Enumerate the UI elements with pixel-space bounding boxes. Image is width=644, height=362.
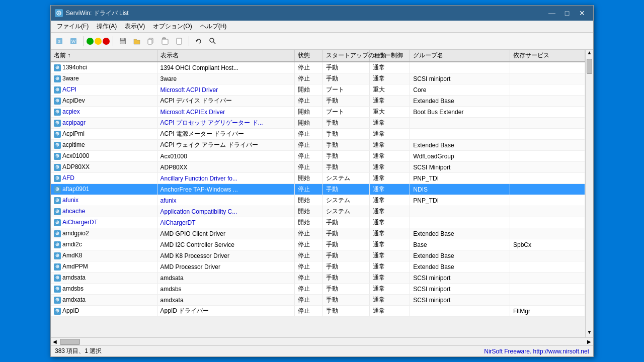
status-nirsoft-link[interactable]: NirSoft Freeware. http://www.nirsoft.net (484, 348, 589, 355)
table-row[interactable]: aftap0901AnchorFree TAP-Windows ...停止手動通… (51, 184, 585, 195)
menu-item-オプション[interactable]: オプション(O) (149, 21, 196, 32)
table-container[interactable]: 名前 ↑ 表示名 状態 スタートアップの種類 エラー制御 グループ名 依存サービ… (51, 50, 585, 337)
cell-name: acpiex (51, 107, 157, 118)
cell-name: ADP80XX (51, 162, 157, 173)
table-row[interactable]: AcpiDevACPI デバイス ドライバー停止手動通常Extended Bas… (51, 96, 585, 107)
cell-group: Boot Bus Extender (410, 107, 510, 118)
menu-item-操作[interactable]: 操作(A) (93, 21, 121, 32)
cell-startup: 手動 (323, 273, 369, 284)
toolbar-copy-btn[interactable] (144, 35, 157, 48)
toolbar-separator-3 (189, 36, 189, 46)
cell-status: 開始 (294, 118, 323, 129)
toolbar-btn-2[interactable]: W (67, 35, 80, 48)
cell-depend (510, 261, 585, 273)
menu-item-ファイル[interactable]: ファイル(F) (53, 21, 93, 32)
table-row[interactable]: AppIDAppID ドライバー停止手動通常FltMgr (51, 306, 585, 317)
scrollbar-right-btn[interactable]: ▶ (585, 339, 593, 344)
cell-name: amdxata (51, 295, 157, 306)
col-header-startup[interactable]: スタートアップの種類 (323, 50, 369, 62)
svg-text:S: S (58, 39, 60, 44)
cell-error: 通常 (369, 62, 410, 73)
cell-name: 3ware (51, 73, 157, 84)
svg-rect-10 (148, 39, 152, 44)
table-row[interactable]: amdi2cAMD I2C Controller Service停止手動通常Ba… (51, 239, 585, 250)
toolbar-paste-btn[interactable] (158, 35, 172, 48)
maximize-button[interactable]: □ (560, 8, 574, 18)
cell-startup: システム (323, 206, 369, 217)
title-bar: ServiWin: ドライバ List — □ ✕ (51, 6, 593, 21)
toolbar-btn-1[interactable]: S (53, 35, 66, 48)
cell-display: AMD K8 Processor Driver (157, 250, 294, 261)
cell-status: 開始 (294, 217, 323, 228)
table-row[interactable]: amdgpio2AMD GPIO Client Driver停止手動通常Exte… (51, 228, 585, 239)
table-row[interactable]: ADP80XXADP80XX停止手動通常SCSI Miniport (51, 162, 585, 173)
col-header-display[interactable]: 表示名 (157, 50, 294, 62)
cell-status: 停止 (294, 184, 323, 195)
cell-depend (510, 96, 585, 107)
cell-error: 通常 (369, 184, 410, 195)
table-row[interactable]: ACPIMicrosoft ACPI Driver開始ブート重大Core (51, 84, 585, 96)
scrollbar-down-btn[interactable]: ▼ (586, 329, 593, 337)
table-row[interactable]: Acx01000Acx01000停止手動通常WdfLoadGroup (51, 151, 585, 162)
table-row[interactable]: AFDAncillary Function Driver fo...開始システム… (51, 173, 585, 184)
toolbar-open-btn[interactable] (130, 35, 143, 48)
cell-group (410, 62, 510, 73)
cell-status: 停止 (294, 239, 323, 250)
cell-status: 停止 (294, 151, 323, 162)
cell-depend (510, 151, 585, 162)
table-row[interactable]: acpiexMicrosoft ACPIEx Driver開始ブート重大Boot… (51, 107, 585, 118)
table-row[interactable]: acpitimeACPI ウェイク アラーム ドライバー停止手動通常Extend… (51, 140, 585, 151)
table-row[interactable]: AmdK8AMD K8 Processor Driver停止手動通常Extend… (51, 250, 585, 261)
col-header-group[interactable]: グループ名 (410, 50, 510, 62)
cell-group: NDIS (410, 184, 510, 195)
col-header-status[interactable]: 状態 (294, 50, 323, 62)
cell-status: 停止 (294, 62, 323, 73)
cell-status: 停止 (294, 228, 323, 239)
menu-bar: ファイル(F)操作(A)表示(V)オプション(O)ヘルプ(H) (51, 21, 593, 33)
cell-depend (510, 284, 585, 295)
col-header-depend[interactable]: 依存サービス (510, 50, 585, 62)
toolbar-search-btn[interactable] (206, 35, 219, 48)
cell-depend (510, 107, 585, 118)
scrollbar-track[interactable] (586, 75, 593, 329)
table-row[interactable]: AmdPPMAMD Processor Driver停止手動通常Extended… (51, 261, 585, 273)
col-header-name[interactable]: 名前 ↑ (51, 50, 157, 62)
toolbar-blank-btn[interactable] (173, 35, 186, 48)
col-header-error[interactable]: エラー制御 (369, 50, 410, 62)
table-row[interactable]: acpipagrACPI プロセッサ アグリゲーター ド...開始手動通常 (51, 118, 585, 129)
menu-item-表示[interactable]: 表示(V) (121, 21, 149, 32)
table-row[interactable]: afunixafunix開始システム通常PNP_TDI (51, 195, 585, 206)
cell-display: ACPI デバイス ドライバー (157, 96, 294, 107)
table-row[interactable]: 1394ohci1394 OHCI Compliant Host...停止手動通… (51, 62, 585, 73)
cell-display: ADP80XX (157, 162, 294, 173)
cell-display: AppID ドライバー (157, 306, 294, 317)
table-row[interactable]: amdxataamdxata停止手動通常SCSI miniport (51, 295, 585, 306)
table-row[interactable]: 3ware3ware停止手動通常SCSI miniport (51, 73, 585, 84)
menu-item-ヘルプ[interactable]: ヘルプ(H) (196, 21, 231, 32)
table-row[interactable]: amdsbsamdsbs停止手動通常SCSI miniport (51, 284, 585, 295)
vertical-scrollbar[interactable]: ▲ ▼ (585, 50, 593, 337)
svg-rect-7 (121, 38, 124, 40)
cell-status: 開始 (294, 84, 323, 96)
cell-error: 通常 (369, 96, 410, 107)
scrollbar-h-thumb[interactable] (60, 339, 80, 345)
minimize-button[interactable]: — (545, 8, 559, 18)
table-row[interactable]: amdsataamdsata停止手動通常SCSI miniport (51, 273, 585, 284)
cell-display: Microsoft ACPI Driver (157, 84, 294, 96)
scrollbar-left-btn[interactable]: ◀ (51, 339, 59, 344)
table-row[interactable]: AiChargerDTAiChargerDT開始手動通常 (51, 217, 585, 228)
scrollbar-thumb[interactable] (587, 59, 592, 74)
close-button[interactable]: ✕ (575, 8, 589, 18)
cell-status: 停止 (294, 96, 323, 107)
horizontal-scrollbar[interactable]: ◀ ▶ (51, 337, 593, 345)
cell-display: AMD I2C Controller Service (157, 239, 294, 250)
toolbar-refresh-btn[interactable] (192, 35, 205, 48)
window-title: ServiWin: ドライバ List (66, 9, 542, 18)
table-row[interactable]: AcpiPmiACPI 電源メーター ドライバー停止手動通常 (51, 129, 585, 140)
scrollbar-up-btn[interactable]: ▲ (586, 50, 593, 58)
cell-startup: 手動 (323, 118, 369, 129)
cell-name: amdsata (51, 273, 157, 284)
cell-name: aftap0901 (51, 184, 157, 195)
table-row[interactable]: ahcacheApplication Compatibility C...開始シ… (51, 206, 585, 217)
toolbar-save-btn[interactable] (116, 35, 129, 48)
